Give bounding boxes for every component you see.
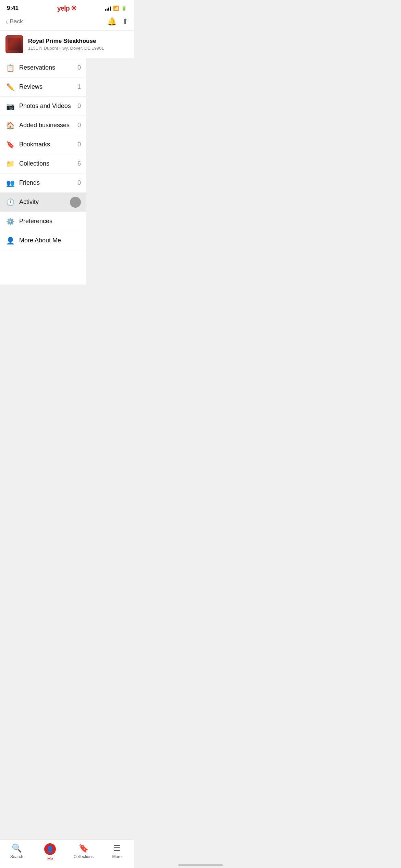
business-name: Royal Prime Steakhouse	[28, 38, 104, 45]
menu-item-friends[interactable]: 👥 Friends 0	[0, 173, 86, 193]
nav-right-actions: 🔔 ⬆	[107, 17, 128, 26]
back-button[interactable]: ‹ Back	[5, 18, 23, 26]
preferences-label: Preferences	[19, 218, 81, 225]
photos-videos-count: 0	[77, 103, 81, 110]
bookmarks-icon: 🔖	[5, 140, 15, 149]
business-info: Royal Prime Steakhouse 1131 N Dupont Hwy…	[28, 38, 104, 51]
friends-count: 0	[77, 179, 81, 186]
back-chevron-icon: ‹	[5, 18, 8, 26]
notification-bell-icon[interactable]: 🔔	[107, 17, 117, 26]
activity-label: Activity	[19, 198, 67, 206]
friends-label: Friends	[19, 179, 75, 186]
menu-list: 📋 Reservations 0 ✏️ Reviews 1 📷 Photos a…	[0, 58, 86, 285]
friends-icon: 👥	[5, 178, 15, 188]
yelp-logo: yelp ✳	[57, 4, 77, 12]
status-bar: 9:41 yelp ✳ 📶 🔋	[0, 0, 134, 14]
menu-item-reservations[interactable]: 📋 Reservations 0	[0, 58, 86, 77]
share-icon[interactable]: ⬆	[122, 17, 128, 26]
added-businesses-icon: 🏠	[5, 121, 15, 130]
bookmarks-label: Bookmarks	[19, 141, 75, 148]
photos-videos-label: Photos and Videos	[19, 103, 75, 110]
business-thumbnail	[5, 35, 23, 53]
menu-item-reviews[interactable]: ✏️ Reviews 1	[0, 77, 86, 97]
wifi-icon: 📶	[113, 5, 119, 11]
reservations-label: Reservations	[19, 64, 75, 71]
menu-item-collections[interactable]: 📁 Collections 6	[0, 154, 86, 173]
more-about-me-icon: 👤	[5, 236, 15, 245]
menu-item-bookmarks[interactable]: 🔖 Bookmarks 0	[0, 135, 86, 154]
status-time: 9:41	[7, 5, 19, 12]
reservations-icon: 📋	[5, 63, 15, 73]
nav-bar: ‹ Back 🔔 ⬆	[0, 14, 134, 31]
activity-icon: 🕐	[5, 197, 15, 207]
business-header[interactable]: Royal Prime Steakhouse 1131 N Dupont Hwy…	[0, 31, 134, 58]
back-label: Back	[10, 18, 23, 25]
more-about-me-label: More About Me	[19, 237, 81, 244]
photos-videos-icon: 📷	[5, 101, 15, 111]
status-icons: 📶 🔋	[105, 5, 127, 11]
menu-item-activity[interactable]: 🕐 Activity	[0, 193, 86, 212]
reviews-label: Reviews	[19, 83, 75, 91]
activity-badge	[70, 197, 81, 208]
business-address: 1131 N Dupont Hwy, Dover, DE 19901	[28, 46, 104, 51]
yelp-logo-center: yelp ✳	[57, 4, 77, 12]
added-businesses-count: 0	[77, 122, 81, 129]
collections-count: 6	[77, 160, 81, 167]
menu-item-added-businesses[interactable]: 🏠 Added businesses 0	[0, 116, 86, 135]
collections-icon: 📁	[5, 159, 15, 169]
added-businesses-label: Added businesses	[19, 122, 75, 129]
signal-icon	[105, 6, 111, 11]
menu-item-photos-videos[interactable]: 📷 Photos and Videos 0	[0, 97, 86, 116]
battery-icon: 🔋	[121, 5, 127, 11]
reviews-count: 1	[77, 83, 81, 91]
menu-item-more-about-me[interactable]: 👤 More About Me	[0, 231, 86, 250]
collections-label: Collections	[19, 160, 75, 167]
bookmarks-count: 0	[77, 141, 81, 148]
menu-item-preferences[interactable]: ⚙️ Preferences	[0, 212, 86, 231]
reviews-icon: ✏️	[5, 82, 15, 92]
preferences-icon: ⚙️	[5, 217, 15, 226]
reservations-count: 0	[77, 64, 81, 71]
